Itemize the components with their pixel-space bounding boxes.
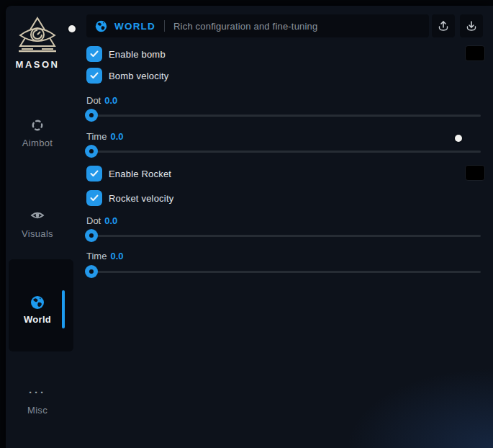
sidebar-item-label: Misc [6,405,69,416]
enable-rocket-row: Enable Rocket [86,166,171,182]
rocket-velocity-checkbox[interactable] [86,190,102,206]
slider-value: 0.0 [110,251,123,261]
enable-rocket-checkbox[interactable] [86,166,102,182]
brand-logo: MASON [6,16,69,70]
sidebar-item-misc[interactable]: ··· Misc [6,386,69,416]
sidebar-item-label: World [6,314,69,325]
checkbox-label: Enable Rocket [109,169,171,179]
upload-icon [438,20,449,32]
bomb-velocity-checkbox[interactable] [86,68,102,84]
slider-knob[interactable] [85,265,98,278]
ellipsis-icon: ··· [6,386,69,399]
bomb-velocity-row: Bomb velocity [86,68,169,84]
check-icon [90,194,99,202]
page-subtitle: Rich configuration and fine-tuning [173,21,317,32]
cursor-dot [68,25,76,32]
header-divider [164,20,165,32]
bomb-time-slider-label: Time0.0 [86,131,123,142]
download-config-button[interactable] [460,14,483,37]
sidebar-item-label: Aimbot [6,138,69,148]
sidebar-item-world[interactable]: World [6,295,69,325]
check-icon [90,50,99,58]
download-icon [466,20,477,32]
page-header: WORLD Rich configuration and fine-tuning [86,14,429,37]
slider-value: 0.0 [110,131,123,142]
checkbox-label: Rocket velocity [109,193,173,204]
globe-icon [95,20,107,32]
bomb-dot-slider-label: Dot0.0 [86,95,117,106]
sidebar-item-label: Visuals [6,228,69,239]
sidebar-item-aimbot[interactable]: Aimbot [6,119,69,148]
sidebar: MASON Aimbot Visuals [6,6,81,448]
rocket-dot-slider-label: Dot0.0 [86,215,117,226]
slider-knob[interactable] [85,145,98,158]
mason-eye-triangle-icon [6,16,69,56]
bomb-dot-slider[interactable] [86,109,481,122]
rocket-velocity-row: Rocket velocity [86,190,173,206]
rocket-time-slider-label: Time0.0 [86,251,123,261]
slider-value: 0.0 [104,215,117,226]
check-icon [90,170,99,177]
cursor-dot [455,135,462,142]
crosshair-icon [6,119,69,132]
slider-track [86,115,481,117]
bomb-color-swatch[interactable] [465,45,485,61]
slider-track [86,235,481,237]
upload-config-button[interactable] [432,14,455,37]
globe-icon [6,295,69,308]
rocket-color-swatch[interactable] [465,165,485,181]
slider-value: 0.0 [104,95,117,106]
slider-knob[interactable] [85,229,98,242]
eye-icon [6,210,69,223]
sidebar-item-visuals[interactable]: Visuals [6,210,69,239]
checkbox-label: Enable bomb [109,49,166,60]
enable-bomb-checkbox[interactable] [86,46,102,62]
checkbox-label: Bomb velocity [109,71,169,81]
bomb-time-slider[interactable] [86,145,481,158]
menu-window: MASON Aimbot Visuals [6,6,493,448]
rocket-dot-slider[interactable] [86,229,481,242]
rocket-time-slider[interactable] [86,265,481,278]
page-title: WORLD [114,21,155,32]
check-icon [90,72,99,79]
brand-name: MASON [6,59,69,70]
slider-track [86,271,481,273]
slider-track [86,151,481,153]
enable-bomb-row: Enable bomb [86,46,166,62]
slider-knob[interactable] [85,109,98,122]
